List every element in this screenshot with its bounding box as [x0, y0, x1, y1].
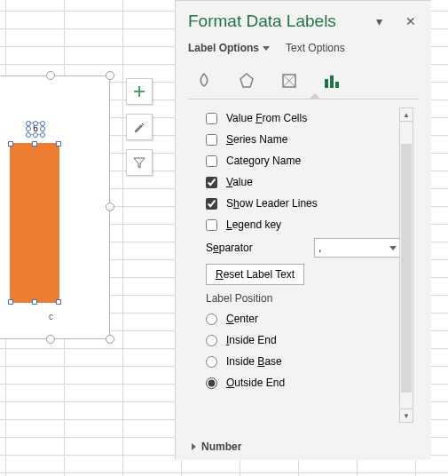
tab-text-options[interactable]: Text Options — [286, 42, 345, 54]
format-data-labels-pane: Format Data Labels ▾ ✕ Label Options Tex… — [175, 0, 431, 460]
effects-icon[interactable] — [234, 68, 259, 93]
svg-rect-2 — [325, 79, 328, 88]
embedded-chart[interactable]: 6 c — [0, 75, 110, 339]
pane-options-dropdown[interactable]: ▾ — [371, 14, 387, 28]
opt-value[interactable]: Value — [206, 171, 401, 193]
opt-value-from-cells[interactable]: Value From Cells — [206, 107, 401, 129]
chart-styles-button[interactable] — [126, 114, 153, 140]
svg-rect-4 — [335, 82, 339, 88]
fill-line-icon[interactable] — [192, 68, 216, 93]
pos-inside-end[interactable]: Inside End — [206, 329, 401, 351]
pos-center[interactable]: Center — [206, 308, 401, 329]
pane-close-button[interactable]: ✕ — [403, 14, 419, 28]
chart-filter-button[interactable] — [126, 149, 153, 176]
pane-title: Format Data Labels — [188, 12, 371, 31]
pos-inside-base[interactable]: Inside Base — [206, 351, 401, 372]
separator-combo[interactable]: , — [314, 238, 401, 258]
reset-label-text-button[interactable]: Reset Label Text — [206, 264, 304, 285]
number-section-expander[interactable]: Number — [176, 432, 431, 460]
opt-series-name[interactable]: Series Name — [206, 129, 401, 150]
size-properties-icon[interactable] — [277, 68, 302, 93]
pos-outside-end[interactable]: Outside End — [206, 372, 401, 393]
opt-category-name[interactable]: Category Name — [206, 150, 401, 171]
opt-legend-key[interactable]: Legend key — [206, 214, 401, 235]
label-position-heading: Label Position — [206, 292, 401, 305]
svg-rect-3 — [330, 75, 334, 88]
chart-category-label: c — [0, 312, 105, 321]
tab-label-options[interactable]: Label Options — [188, 42, 270, 54]
opt-show-leader-lines[interactable]: Show Leader Lines — [206, 193, 401, 214]
chart-bar[interactable] — [10, 143, 59, 303]
label-options-icon[interactable] — [319, 68, 344, 93]
svg-marker-0 — [240, 74, 253, 87]
chart-elements-button[interactable] — [126, 78, 153, 105]
separator-label: Separator — [206, 242, 253, 254]
options-scrollbar[interactable]: ▲ ▼ — [399, 107, 413, 423]
